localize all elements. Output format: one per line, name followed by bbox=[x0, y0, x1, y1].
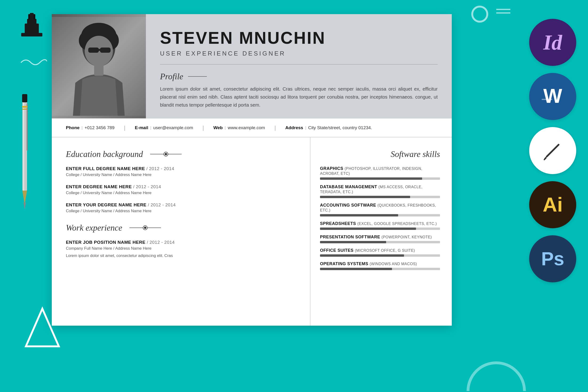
skill-bar-4 bbox=[320, 241, 440, 243]
skill-bar-6 bbox=[320, 268, 440, 270]
skill-item-0: GRAPHICS (Photoshop, Illustrator, InDesi… bbox=[320, 166, 440, 180]
word-icon: W bbox=[529, 73, 576, 120]
svg-line-20 bbox=[547, 145, 558, 156]
svg-rect-1 bbox=[25, 24, 39, 34]
skill-label-5: OFFICE SUITES (Microsoft Office, G Suite… bbox=[320, 248, 440, 253]
svg-text:W: W bbox=[543, 85, 562, 107]
email-contact: E-mail : user@example.com bbox=[135, 125, 193, 130]
edu-degree-2: ENTER DEGREE NAME HERE / 2012 - 2014 bbox=[66, 184, 300, 190]
skill-item-3: SPREADSHEETS (Excel, Google Spreadsheets… bbox=[320, 221, 440, 230]
skill-label-4: PRESENTATION SOFTWARE (PowerPoint, Keyno… bbox=[320, 234, 440, 240]
photo-area bbox=[52, 14, 146, 118]
edu-degree-3: ENTER YOUR DEGREE NAME HERE / 2012 - 201… bbox=[66, 202, 300, 208]
svg-rect-7 bbox=[26, 104, 28, 150]
skill-label-1: DATABASE MANAGEMENT (MS Access, Oracle, … bbox=[320, 184, 440, 194]
work-company-1: Company Full Name Here / Address Name He… bbox=[66, 246, 300, 251]
edu-school-2: College / University Name / Address Name… bbox=[66, 190, 300, 195]
skill-bar-0 bbox=[320, 178, 440, 180]
svg-rect-34 bbox=[94, 64, 104, 76]
svg-rect-31 bbox=[88, 48, 99, 53]
email-value: user@example.com bbox=[153, 125, 193, 130]
edu-school-1: College / University Name / Address Name… bbox=[66, 172, 300, 177]
skill-bar-fill-2 bbox=[320, 214, 398, 216]
left-column: Education background ENTER FULL DEGREE N… bbox=[52, 138, 310, 326]
svg-rect-6 bbox=[23, 101, 24, 190]
skill-item-4: PRESENTATION SOFTWARE (PowerPoint, Keyno… bbox=[320, 234, 440, 243]
svg-rect-10 bbox=[22, 106, 27, 108]
svg-rect-33 bbox=[99, 49, 100, 51]
edu-entry-1: ENTER FULL DEGREE NAME HERE / 2012 - 201… bbox=[66, 166, 300, 177]
edu-timeline-dot bbox=[164, 152, 168, 156]
skill-bar-fill-6 bbox=[320, 268, 392, 270]
address-label: Address bbox=[285, 125, 303, 130]
profile-text: Lorem ipsum dolor sit amet, consectetur … bbox=[160, 85, 438, 109]
edu-line-left bbox=[150, 154, 164, 154]
skill-item-6: OPERATING SYSTEMS (Windows and MacOS) bbox=[320, 262, 440, 270]
person-name: STEVEN MNUCHIN bbox=[160, 28, 438, 48]
indesign-icon: Id bbox=[529, 19, 576, 66]
svg-point-14 bbox=[472, 6, 487, 22]
work-line-left bbox=[130, 228, 144, 228]
contact-sep-2: | bbox=[202, 124, 204, 131]
work-section: Work experience ENTER JOB POSITION NAME … bbox=[66, 223, 300, 259]
skill-label-6: OPERATING SYSTEMS (Windows and MacOS) bbox=[320, 262, 440, 266]
work-timeline-dot bbox=[143, 226, 147, 230]
skill-bar-2 bbox=[320, 214, 440, 216]
skills-container: GRAPHICS (Photoshop, Illustrator, InDesi… bbox=[320, 166, 440, 270]
work-entry-1: ENTER JOB POSITION NAME HERE / 2012 - 20… bbox=[66, 240, 300, 259]
header-info: STEVEN MNUCHIN USER EXPERIENCE DESIGNER … bbox=[146, 14, 452, 118]
web-separator: : bbox=[224, 125, 226, 130]
edu-entry-3: ENTER YOUR DEGREE NAME HERE / 2012 - 201… bbox=[66, 202, 300, 214]
work-desc-1: Lorem ipsum dolor sit amet, consectetur … bbox=[66, 253, 300, 259]
education-section: Education background ENTER FULL DEGREE N… bbox=[66, 149, 300, 214]
phone-contact: Phone : +012 3456 789 bbox=[66, 125, 114, 130]
skill-bar-fill-0 bbox=[320, 178, 422, 180]
illustrator-icon: Ai bbox=[529, 181, 576, 228]
resume-document: STEVEN MNUCHIN USER EXPERIENCE DESIGNER … bbox=[52, 14, 452, 326]
stamp-decoration bbox=[14, 12, 50, 50]
arrow-decoration-top bbox=[496, 6, 515, 21]
skill-label-3: SPREADSHEETS (Excel, Google Spreadsheets… bbox=[320, 221, 440, 226]
edu-school-3: College / University Name / Address Name… bbox=[66, 209, 300, 214]
skill-item-5: OFFICE SUITES (Microsoft Office, G Suite… bbox=[320, 248, 440, 257]
svg-rect-4 bbox=[30, 13, 34, 20]
semicircle-decoration bbox=[461, 354, 532, 392]
skill-bar-fill-3 bbox=[320, 228, 416, 230]
edu-line-right bbox=[168, 154, 182, 154]
email-label: E-mail bbox=[135, 125, 148, 130]
circle-decoration-top bbox=[470, 5, 489, 24]
contact-sep-1: | bbox=[124, 124, 126, 131]
skill-item-2: ACCOUNTING SOFTWARE (QuickBooks, FreshBo… bbox=[320, 203, 440, 216]
skill-label-2: ACCOUNTING SOFTWARE (QuickBooks, FreshBo… bbox=[320, 203, 440, 213]
skill-item-1: DATABASE MANAGEMENT (MS Access, Oracle, … bbox=[320, 184, 440, 198]
svg-rect-32 bbox=[100, 48, 110, 53]
work-timeline-deco bbox=[130, 226, 161, 230]
skill-bar-fill-1 bbox=[320, 196, 410, 198]
phone-label: Phone bbox=[66, 125, 80, 130]
wave-decoration bbox=[19, 56, 47, 69]
keynote-icon bbox=[529, 127, 576, 174]
profile-section-heading: Profile bbox=[160, 72, 438, 82]
email-separator: : bbox=[150, 125, 151, 130]
address-separator: : bbox=[305, 125, 306, 130]
photo-placeholder bbox=[52, 14, 146, 118]
education-heading: Education background bbox=[66, 149, 300, 159]
resume-body: Education background ENTER FULL DEGREE N… bbox=[52, 138, 452, 326]
contact-bar: Phone : +012 3456 789 | E-mail : user@ex… bbox=[52, 118, 452, 138]
skill-bar-1 bbox=[320, 196, 440, 198]
web-value: www.example.com bbox=[228, 125, 265, 130]
skill-bar-fill-5 bbox=[320, 254, 404, 257]
svg-rect-12 bbox=[22, 94, 27, 102]
skill-bar-5 bbox=[320, 254, 440, 257]
person-title: USER EXPERIENCE DESIGNER bbox=[160, 50, 438, 57]
web-contact: Web : www.example.com bbox=[214, 125, 265, 130]
svg-rect-11 bbox=[22, 109, 27, 110]
svg-marker-9 bbox=[24, 202, 26, 210]
photoshop-icon: Ps bbox=[529, 235, 576, 282]
address-contact: Address : City State/street, country 012… bbox=[285, 125, 372, 130]
resume-header: STEVEN MNUCHIN USER EXPERIENCE DESIGNER … bbox=[52, 14, 452, 118]
skill-bar-3 bbox=[320, 228, 440, 230]
pen-decoration bbox=[18, 94, 32, 236]
skill-label-0: GRAPHICS (Photoshop, Illustrator, InDesi… bbox=[320, 166, 440, 176]
work-title-1: ENTER JOB POSITION NAME HERE / 2012 - 20… bbox=[66, 240, 300, 245]
